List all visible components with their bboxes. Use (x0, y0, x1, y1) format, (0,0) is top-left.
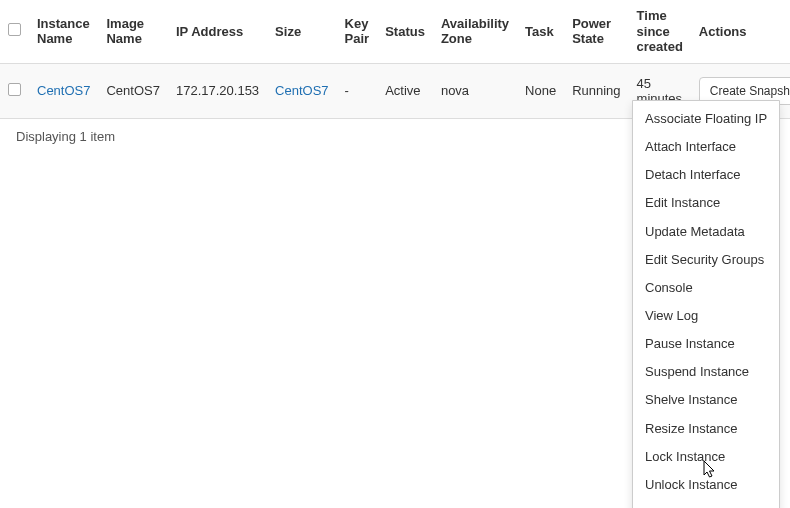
col-actions: Actions (691, 0, 790, 63)
row-checkbox-cell (0, 63, 29, 118)
col-image-name[interactable]: Image Name (98, 0, 167, 63)
cell-status: Active (377, 63, 433, 118)
col-status[interactable]: Status (377, 0, 433, 63)
col-task[interactable]: Task (517, 0, 564, 63)
col-size[interactable]: Size (267, 0, 336, 63)
cell-image-name: CentOS7 (98, 63, 167, 118)
cell-size: CentOS7 (267, 63, 336, 118)
col-ip-address[interactable]: IP Address (168, 0, 267, 63)
col-time-since-created[interactable]: Time since created (629, 0, 691, 63)
cell-availability-zone: nova (433, 63, 517, 118)
dropdown-item[interactable]: Associate Floating IP (633, 105, 779, 133)
select-all-checkbox[interactable] (8, 23, 21, 36)
instance-name-link[interactable]: CentOS7 (37, 83, 90, 98)
cell-power-state: Running (564, 63, 628, 118)
actions-dropdown-menu: Associate Floating IPAttach InterfaceDet… (632, 100, 780, 154)
header-checkbox-cell (0, 0, 29, 63)
table-header-row: Instance Name Image Name IP Address Size… (0, 0, 790, 63)
col-power-state[interactable]: Power State (564, 0, 628, 63)
size-link[interactable]: CentOS7 (275, 83, 328, 98)
cell-ip-address: 172.17.20.153 (168, 63, 267, 118)
row-checkbox[interactable] (8, 83, 21, 96)
col-key-pair[interactable]: Key Pair (337, 0, 378, 63)
cell-instance-name: CentOS7 (29, 63, 98, 118)
col-availability-zone[interactable]: Availability Zone (433, 0, 517, 63)
col-instance-name[interactable]: Instance Name (29, 0, 98, 63)
cell-task: None (517, 63, 564, 118)
cell-key-pair: - (337, 63, 378, 118)
dropdown-item[interactable]: Attach Interface (633, 133, 779, 154)
